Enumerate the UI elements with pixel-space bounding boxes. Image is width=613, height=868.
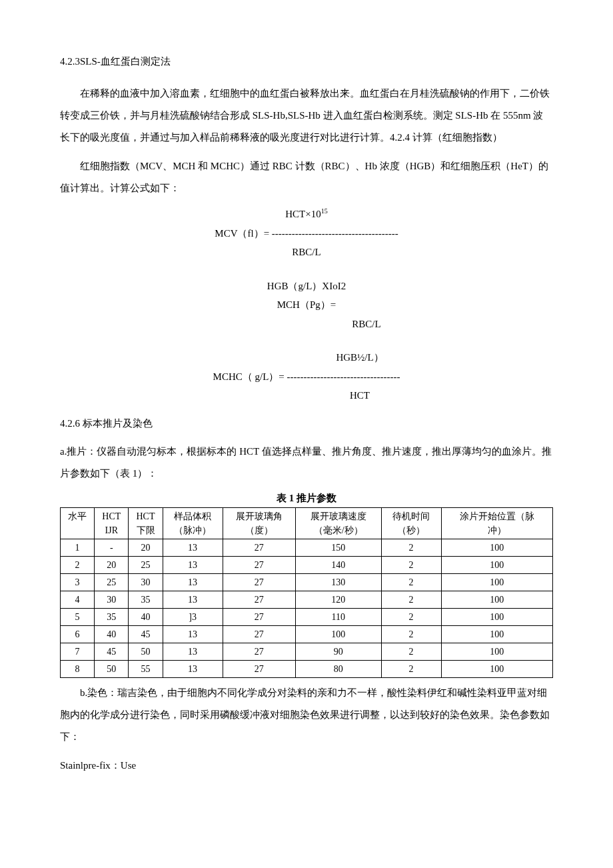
table-cell: 30 — [129, 573, 163, 591]
table-cell: - — [95, 539, 129, 556]
table-cell: 150 — [295, 539, 381, 556]
table-header-row: 水平HCTIJRHCT下限样品体积（脉冲）展开玻璃角（度）展开玻璃速度（毫米/秒… — [61, 507, 553, 539]
table-cell: 2 — [381, 660, 441, 677]
table-cell: 80 — [295, 660, 381, 677]
table-cell: 27 — [223, 608, 295, 625]
table-cell: 35 — [129, 591, 163, 608]
table-cell: 4 — [61, 591, 95, 608]
formula-mcv-top: HCT×10 — [285, 209, 320, 219]
table-row: 53540]3271102100 — [61, 608, 553, 625]
table-row: 850551327802100 — [61, 660, 553, 677]
table-cell: 13 — [163, 591, 223, 608]
formula-mcv-sup: 15 — [321, 207, 328, 215]
table-cell: 27 — [223, 539, 295, 556]
table-cell: 13 — [163, 539, 223, 556]
table-cell: 27 — [223, 591, 295, 608]
formula-mcv-mid: MCV（fl）= -------------------------------… — [60, 226, 553, 241]
formula-mchc-top: HGB½/L） — [60, 350, 553, 365]
table-cell: 100 — [441, 556, 552, 573]
table-cell: 100 — [295, 625, 381, 643]
table-cell: 100 — [441, 643, 552, 660]
formula-mch-bot: RBC/L — [60, 317, 553, 332]
table-row: 4303513271202100 — [61, 591, 553, 608]
table-header-cell: 样品体积（脉冲） — [163, 507, 223, 539]
table-header-cell: 涂片开始位置（脉冲） — [441, 507, 552, 539]
table-cell: 50 — [95, 660, 129, 677]
table-title: 表 1 推片参数 — [60, 490, 553, 506]
table-cell: 3 — [61, 573, 95, 591]
table-cell: 25 — [95, 573, 129, 591]
table-row: 745501327902100 — [61, 643, 553, 660]
table-cell: 13 — [163, 625, 223, 643]
table-cell: 100 — [441, 608, 552, 625]
table-header-cell: 待机时间（秒） — [381, 507, 441, 539]
paragraph-3: a.推片：仪器自动混匀标本，根据标本的 HCT 值选择点样量、推片角度、推片速度… — [60, 441, 553, 485]
table-cell: 90 — [295, 643, 381, 660]
table-row: 1-2013271502100 — [61, 539, 553, 556]
table-cell: 50 — [129, 643, 163, 660]
table-cell: 27 — [223, 556, 295, 573]
table-cell: 20 — [129, 539, 163, 556]
table-cell: 13 — [163, 643, 223, 660]
section-heading-423: 4.2.3SLS-血红蛋白测定法 — [60, 53, 553, 69]
table-header-cell: HCT下限 — [129, 507, 163, 539]
table-cell: 100 — [441, 591, 552, 608]
table-cell: 2 — [381, 643, 441, 660]
table-cell: 2 — [381, 625, 441, 643]
table-cell: 140 — [295, 556, 381, 573]
table-cell: 30 — [95, 591, 129, 608]
table-cell: 35 — [95, 608, 129, 625]
table-cell: 27 — [223, 573, 295, 591]
table-cell: 7 — [61, 643, 95, 660]
table-cell: 13 — [163, 556, 223, 573]
table-cell: 100 — [441, 573, 552, 591]
formula-mch-top: HGB（g/L）XIoI2 — [60, 279, 553, 294]
table-cell: 6 — [61, 625, 95, 643]
table-cell: 13 — [163, 573, 223, 591]
table-header-cell: 展开玻璃角（度） — [223, 507, 295, 539]
table-cell: 8 — [61, 660, 95, 677]
table-header-cell: 水平 — [61, 507, 95, 539]
table-cell: 27 — [223, 660, 295, 677]
table-header-cell: HCTIJR — [95, 507, 129, 539]
table-cell: 1 — [61, 539, 95, 556]
table-cell: 5 — [61, 608, 95, 625]
paragraph-2: 红细胞指数（MCV、MCH 和 MCHC）通过 RBC 计数（RBC）、Hb 浓… — [60, 155, 553, 199]
section-heading-426: 4.2.6 标本推片及染色 — [60, 415, 553, 431]
table-cell: 40 — [95, 625, 129, 643]
table-cell: 2 — [381, 608, 441, 625]
table-cell: 110 — [295, 608, 381, 625]
paragraph-1: 在稀释的血液中加入溶血素，红细胞中的血红蛋白被释放出来。血红蛋白在月桂洗硫酸钠的… — [60, 83, 553, 149]
params-table: 水平HCTIJRHCT下限样品体积（脉冲）展开玻璃角（度）展开玻璃速度（毫米/秒… — [60, 507, 553, 678]
table-cell: 25 — [129, 556, 163, 573]
table-cell: 40 — [129, 608, 163, 625]
table-cell: 2 — [381, 573, 441, 591]
formula-mch-mid: MCH（Pg）= — [60, 297, 553, 313]
table-cell: 27 — [223, 643, 295, 660]
formula-mcv: HCT×1015 — [60, 206, 553, 222]
table-cell: 100 — [441, 539, 552, 556]
table-cell: 2 — [61, 556, 95, 573]
table-cell: 13 — [163, 660, 223, 677]
formula-mchc-bot: HCT — [60, 388, 553, 403]
table-cell: 100 — [441, 625, 552, 643]
table-cell: 27 — [223, 625, 295, 643]
table-header-cell: 展开玻璃速度（毫米/秒） — [295, 507, 381, 539]
table-cell: 45 — [129, 625, 163, 643]
table-cell: 55 — [129, 660, 163, 677]
paragraph-5: Stainlpre-fix：Use — [60, 755, 553, 777]
table-cell: 100 — [441, 660, 552, 677]
formula-mchc-mid: MCHC（ g/L）= ----------------------------… — [60, 369, 553, 385]
table-row: 2202513271402100 — [61, 556, 553, 573]
paragraph-4: b.染色：瑞吉染色，由于细胞内不同化学成分对染料的亲和力不一样，酸性染料伊红和碱… — [60, 682, 553, 748]
table-row: 6404513271002100 — [61, 625, 553, 643]
table-cell: 2 — [381, 539, 441, 556]
table-cell: 45 — [95, 643, 129, 660]
table-cell: 130 — [295, 573, 381, 591]
table-cell: ]3 — [163, 608, 223, 625]
table-cell: 2 — [381, 591, 441, 608]
formula-mcv-bot: RBC/L — [60, 245, 553, 260]
table-cell: 120 — [295, 591, 381, 608]
table-row: 3253013271302100 — [61, 573, 553, 591]
table-cell: 2 — [381, 556, 441, 573]
